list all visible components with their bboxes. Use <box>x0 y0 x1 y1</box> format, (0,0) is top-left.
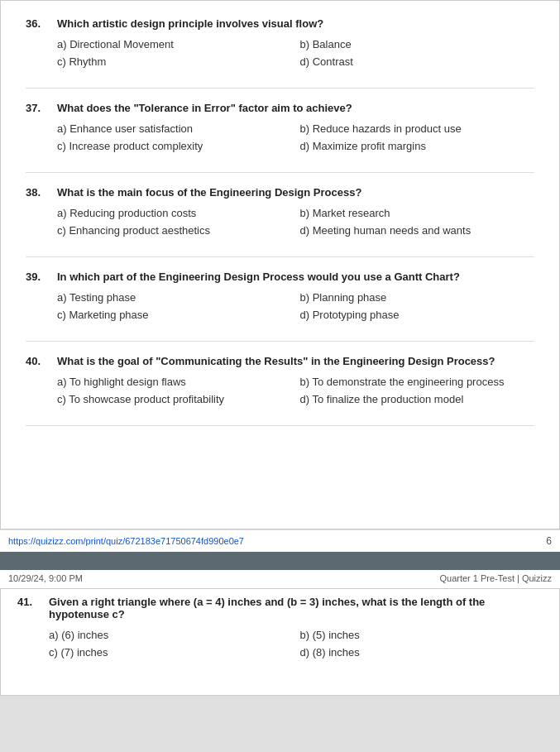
question-block: 40.What is the goal of "Communicating th… <box>26 355 534 405</box>
option: b) To demonstrate the engineering proces… <box>300 376 535 388</box>
option: d) Meeting human needs and wants <box>300 224 535 237</box>
option: d) Maximize profit margins <box>300 140 535 152</box>
option: c) (7) inches <box>49 646 292 659</box>
question-text: 37.What does the "Tolerance in Error" fa… <box>26 102 534 114</box>
question-body: In which part of the Engineering Design … <box>57 271 460 283</box>
option: c) Increase product complexity <box>57 140 292 152</box>
option: a) Reducing production costs <box>57 207 292 219</box>
options-grid: a) Directional Movementb) Balancec) Rhyt… <box>57 38 534 68</box>
question-text: 39.In which part of the Engineering Desi… <box>26 271 534 283</box>
question-block: 39.In which part of the Engineering Desi… <box>26 271 534 321</box>
question-41-num: 41. <box>17 596 42 620</box>
question-text: 36.Which artistic design principle invol… <box>26 17 534 30</box>
question-body: What does the "Tolerance in Error" facto… <box>57 102 352 114</box>
footer-title: Quarter 1 Pre-Test | Quizizz <box>439 573 552 583</box>
divider <box>26 425 534 426</box>
footer-date: 10/29/24, 9:00 PM <box>8 573 83 583</box>
question-body: What is the goal of "Communicating the R… <box>57 355 495 367</box>
options-grid: a) To highlight design flawsb) To demons… <box>57 376 534 405</box>
question-block: 36.Which artistic design principle invol… <box>26 17 534 68</box>
option: a) To highlight design flaws <box>57 376 292 388</box>
options-grid-41: a) (6) inchesb) (5) inchesc) (7) inchesd… <box>49 629 543 659</box>
question-body: Which artistic design principle involves… <box>57 17 323 30</box>
option: c) Rhythm <box>57 55 292 68</box>
page-top: 36.Which artistic design principle invol… <box>0 0 560 529</box>
question-num: 40. <box>26 355 50 367</box>
question-text: 38.What is the main focus of the Enginee… <box>26 186 534 199</box>
option: b) (5) inches <box>300 629 543 641</box>
option: d) (8) inches <box>300 646 543 659</box>
option: c) Marketing phase <box>57 309 292 321</box>
options-grid: a) Testing phaseb) Planning phasec) Mark… <box>57 291 534 321</box>
page-divider <box>0 552 560 570</box>
question-block: 37.What does the "Tolerance in Error" fa… <box>26 102 534 152</box>
question-block: 38.What is the main focus of the Enginee… <box>26 186 534 237</box>
option: a) Directional Movement <box>57 38 292 50</box>
option: d) To finalize the production model <box>300 393 535 405</box>
option: b) Planning phase <box>300 291 535 304</box>
option: b) Reduce hazards in product use <box>300 122 535 135</box>
question-num: 37. <box>26 102 50 114</box>
option: b) Market research <box>300 207 535 219</box>
question-num: 38. <box>26 186 50 199</box>
question-body: What is the main focus of the Engineerin… <box>57 186 361 199</box>
question-41-text: 41.Given a right triangle where (a = 4) … <box>17 596 543 620</box>
options-grid: a) Reducing production costsb) Market re… <box>57 207 534 237</box>
divider <box>26 88 534 89</box>
option: a) Testing phase <box>57 291 292 304</box>
divider <box>26 341 534 342</box>
option: a) (6) inches <box>49 629 292 641</box>
url-text: https://quizizz.com/print/quiz/672183e71… <box>8 536 244 546</box>
question-41-body: Given a right triangle where (a = 4) inc… <box>49 596 543 620</box>
question-num: 36. <box>26 17 50 30</box>
option: c) Enhancing product aesthetics <box>57 224 292 237</box>
options-grid: a) Enhance user satisfactionb) Reduce ha… <box>57 122 534 152</box>
option: c) To showcase product profitability <box>57 393 292 405</box>
option: d) Contrast <box>300 55 535 68</box>
q41-container: 41.Given a right triangle where (a = 4) … <box>17 596 543 659</box>
divider <box>26 172 534 173</box>
question-41-block: 41.Given a right triangle where (a = 4) … <box>17 596 543 659</box>
page-footer: 10/29/24, 9:00 PM Quarter 1 Pre-Test | Q… <box>0 570 560 588</box>
page-bottom: 41.Given a right triangle where (a = 4) … <box>0 588 560 696</box>
question-num: 39. <box>26 271 50 283</box>
option: a) Enhance user satisfaction <box>57 122 292 135</box>
url-bar: https://quizizz.com/print/quiz/672183e71… <box>0 529 560 552</box>
option: b) Balance <box>300 38 535 50</box>
option: d) Prototyping phase <box>300 309 535 321</box>
page-number: 6 <box>546 535 552 547</box>
questions-container: 36.Which artistic design principle invol… <box>26 17 534 426</box>
question-text: 40.What is the goal of "Communicating th… <box>26 355 534 367</box>
divider <box>26 256 534 257</box>
